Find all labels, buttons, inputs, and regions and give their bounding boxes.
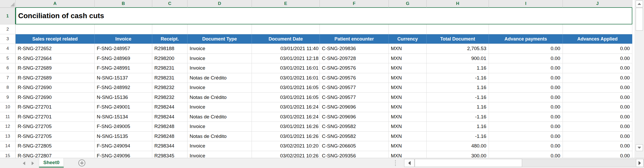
vertical-scrollbar[interactable] [635,0,644,158]
column-header-G[interactable]: G [389,0,427,8]
row-header-2[interactable]: 2 [0,24,16,34]
cell-G15[interactable]: MXN [389,151,427,158]
cell-J10[interactable]: 0.00 [563,102,632,112]
cell-H9[interactable]: -1.16 [427,93,489,103]
cell-A14[interactable]: R-SNG-272805 [16,141,95,151]
vertical-scrollbar-thumb[interactable] [636,8,643,31]
cell-I7[interactable]: 0.00 [489,73,563,83]
table-header-B[interactable]: Invoice [95,34,152,44]
cell-A4[interactable]: R-SNG-272652 [16,44,95,54]
cell-H12[interactable]: 1.16 [427,122,489,132]
cell-B6[interactable]: F-SNG-248991 [95,63,152,73]
cell-D11[interactable]: Notas de Crédito [188,112,252,122]
cell-G5[interactable]: MXN [389,54,427,64]
row-header-1[interactable]: 1 [0,8,16,24]
table-header-I[interactable]: Advance payments [489,34,563,44]
scroll-down-button[interactable] [636,144,643,151]
cell-F15[interactable]: C-SNG-209356 [320,151,389,158]
row-header-5[interactable]: 5 [0,54,16,64]
cell-E5[interactable]: 03/01/2021 12:18 [252,54,320,64]
add-sheet-button[interactable] [78,159,85,166]
row-header-3[interactable]: 3 [0,34,16,44]
cell-J6[interactable]: 0.00 [563,63,632,73]
cell-E14[interactable]: 03/02/2021 10:20 [252,141,320,151]
title-cell[interactable]: Conciliation of cash cuts [16,8,632,24]
cell-I10[interactable]: 0.00 [489,102,563,112]
cell-G6[interactable]: MXN [389,63,427,73]
cell-H5[interactable]: 900.01 [427,54,489,64]
row-header-9[interactable]: 9 [0,93,16,103]
cell-G11[interactable]: MXN [389,112,427,122]
cell-D12[interactable]: Invoice [188,122,252,132]
cell-F14[interactable]: C-SNG-206605 [320,141,389,151]
cell-J15[interactable]: 0.00 [563,151,632,158]
cell-H4[interactable]: 2,705.53 [427,44,489,54]
row-header-10[interactable]: 10 [0,102,16,112]
cell-I15[interactable]: 0.00 [489,151,563,158]
cell-F7[interactable]: C-SNG-209576 [320,73,389,83]
cell-E15[interactable]: 03/02/2021 10:26 [252,151,320,158]
cell-I2[interactable] [489,24,563,34]
cell-J8[interactable]: 0.00 [563,83,632,93]
cell-D8[interactable]: Invoice [188,83,252,93]
cell-F2[interactable] [320,24,389,34]
cell-F8[interactable]: C-SNG-209577 [320,83,389,93]
row-header-6[interactable]: 6 [0,63,16,73]
cell-E8[interactable]: 03/01/2021 16:05 [252,83,320,93]
cell-F12[interactable]: C-SNG-209582 [320,122,389,132]
cell-E7[interactable]: 03/01/2021 16:01 [252,73,320,83]
cell-F10[interactable]: C-SNG-209696 [320,102,389,112]
cell-E9[interactable]: 03/01/2021 16:05 [252,93,320,103]
cell-D4[interactable]: Invoice [188,44,252,54]
cell-I4[interactable]: 0.00 [489,44,563,54]
scroll-up-button[interactable] [636,1,643,7]
cell-C9[interactable]: R298232 [152,93,188,103]
column-header-D[interactable]: D [188,0,252,8]
cell-D2[interactable] [188,24,252,34]
cell-C8[interactable]: R298232 [152,83,188,93]
column-header-B[interactable]: B [95,0,152,8]
cell-J14[interactable]: 0.00 [563,141,632,151]
cell-J11[interactable]: 0.00 [563,112,632,122]
cell-C5[interactable]: R298200 [152,54,188,64]
row-header-12[interactable]: 12 [0,122,16,132]
cell-D7[interactable]: Notas de Crédito [188,73,252,83]
cell-J4[interactable]: 0.00 [563,44,632,54]
cell-C7[interactable]: R298231 [152,73,188,83]
cell-E6[interactable]: 03/01/2021 16:01 [252,63,320,73]
cell-B8[interactable]: F-SNG-248992 [95,83,152,93]
column-header-F[interactable]: F [320,0,389,8]
cell-B13[interactable]: N-SNG-15135 [95,132,152,142]
cell-D10[interactable]: Invoice [188,102,252,112]
cell-G8[interactable]: MXN [389,83,427,93]
cell-A9[interactable]: R-SNG-272690 [16,93,95,103]
cell-B2[interactable] [95,24,152,34]
cell-H8[interactable]: 1.16 [427,83,489,93]
cell-C15[interactable]: R298345 [152,151,188,158]
cell-D9[interactable]: Notas de Crédito [188,93,252,103]
cell-A12[interactable]: R-SNG-272705 [16,122,95,132]
cell-C6[interactable]: R298231 [152,63,188,73]
cell-C2[interactable] [152,24,188,34]
cell-D15[interactable]: Invoice [188,151,252,158]
cell-B11[interactable]: N-SNG-15134 [95,112,152,122]
cell-A15[interactable]: R-SNG-272807 [16,151,95,158]
cell-G13[interactable]: MXN [389,132,427,142]
cell-J12[interactable]: 0.00 [563,122,632,132]
cell-A6[interactable]: R-SNG-272689 [16,63,95,73]
cell-E12[interactable]: 03/01/2021 16:26 [252,122,320,132]
cell-A2[interactable] [16,24,95,34]
cell-H2[interactable] [427,24,489,34]
cell-I8[interactable]: 0.00 [489,83,563,93]
cell-J9[interactable]: 0.00 [563,93,632,103]
cell-H10[interactable]: 1.16 [427,102,489,112]
cell-D14[interactable]: Invoice [188,141,252,151]
cell-H15[interactable]: 300.00 [427,151,489,158]
cell-G7[interactable]: MXN [389,73,427,83]
table-header-D[interactable]: Document Type [188,34,252,44]
cell-E10[interactable]: 03/01/2021 16:24 [252,102,320,112]
cell-C13[interactable]: R298248 [152,132,188,142]
cell-G12[interactable]: MXN [389,122,427,132]
cell-J7[interactable]: 0.00 [563,73,632,83]
cell-I6[interactable]: 0.00 [489,63,563,73]
